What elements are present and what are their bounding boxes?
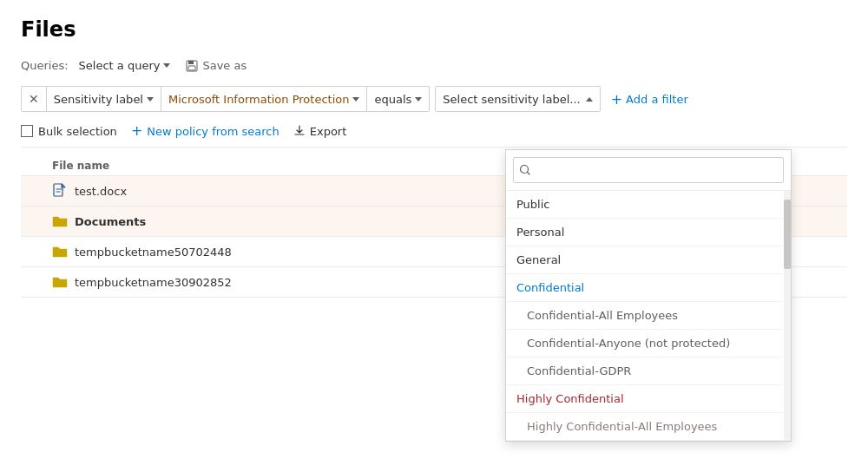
dropdown-search-area (506, 150, 791, 191)
scrollbar-thumb[interactable] (784, 200, 791, 269)
page-title: Files (21, 17, 847, 42)
filter-operator-button[interactable]: equals (367, 87, 429, 111)
dropdown-item-confidential-all-employees[interactable]: Confidential-All Employees (506, 302, 791, 330)
sensitivity-label-dropdown-button[interactable]: Select sensitivity label... (435, 86, 600, 112)
save-as-label: Save as (202, 59, 247, 72)
query-select-dropdown[interactable]: Select a query (76, 57, 174, 74)
export-label: Export (310, 125, 347, 138)
filter-operator-chevron-icon (415, 97, 422, 102)
filter-value-button[interactable]: Microsoft Information Protection (161, 87, 367, 111)
dropdown-item-general[interactable]: General (506, 246, 791, 274)
dropdown-search-icon (519, 164, 531, 176)
filter-label-chevron-icon (147, 97, 154, 102)
filter-operator-text: equals (374, 93, 411, 106)
filter-chip: ✕ Sensitivity label Microsoft Informatio… (21, 86, 430, 112)
add-filter-button[interactable]: + Add a filter (606, 88, 694, 111)
dropdown-item-confidential-gdpr[interactable]: Confidential-GDPR (506, 357, 791, 385)
close-icon: ✕ (29, 92, 39, 106)
column-file-name: File name (52, 160, 109, 172)
filter-row: ✕ Sensitivity label Microsoft Informatio… (21, 86, 847, 112)
folder-icon-3 (52, 274, 68, 290)
dropdown-item-confidential[interactable]: Confidential (506, 274, 791, 302)
folder-icon-1 (52, 213, 68, 229)
dropdown-item-public[interactable]: Public (506, 191, 791, 219)
dropdown-item-confidential-anyone[interactable]: Confidential-Anyone (not protected) (506, 330, 791, 357)
save-icon (186, 60, 198, 72)
dropdown-item-personal[interactable]: Personal (506, 219, 791, 246)
sensitivity-dropdown-placeholder: Select sensitivity label... (443, 93, 580, 106)
filter-value-chevron-icon (352, 97, 359, 102)
new-policy-button[interactable]: + New policy from search (131, 124, 279, 138)
queries-label: Queries: (21, 59, 69, 72)
file-name-0: test.docx (75, 185, 127, 198)
filter-label-button[interactable]: Sensitivity label (47, 87, 161, 111)
export-download-icon (293, 125, 306, 137)
add-filter-plus-icon: + (611, 91, 622, 108)
filter-label-text: Sensitivity label (54, 93, 143, 106)
new-policy-label: New policy from search (147, 125, 279, 138)
toolbar-row: Bulk selection + New policy from search … (21, 124, 847, 148)
queries-bar: Queries: Select a query Save as (21, 57, 847, 74)
bulk-selection-label: Bulk selection (38, 125, 117, 138)
add-filter-label: Add a filter (626, 93, 688, 106)
bulk-selection-button[interactable]: Bulk selection (21, 125, 117, 138)
filter-value-text: Microsoft Information Protection (168, 93, 349, 106)
filter-close-button[interactable]: ✕ (22, 87, 47, 111)
file-name-2: tempbucketname50702448 (75, 246, 232, 259)
file-doc-icon (52, 183, 68, 199)
file-name-1: Documents (75, 215, 146, 228)
new-policy-plus-icon: + (131, 124, 142, 138)
query-select-chevron-icon (163, 63, 170, 68)
sensitivity-label-dropdown: Public Personal General Confidential Con… (505, 149, 792, 442)
svg-rect-2 (188, 66, 195, 70)
file-name-3: tempbucketname30902852 (75, 276, 232, 289)
save-as-button[interactable]: Save as (181, 57, 252, 74)
bulk-selection-checkbox[interactable] (21, 125, 33, 137)
export-button[interactable]: Export (293, 125, 347, 138)
folder-icon-2 (52, 244, 68, 259)
dropdown-list: Public Personal General Confidential Con… (506, 191, 791, 441)
query-select-label: Select a query (79, 59, 161, 72)
sensitivity-dropdown-chevron-icon (586, 97, 593, 102)
svg-rect-1 (188, 61, 194, 64)
dropdown-item-highly-confidential[interactable]: Highly Confidential (506, 385, 791, 413)
scrollbar-track (784, 191, 791, 441)
page-container: Files Queries: Select a query Save as ✕ … (0, 0, 868, 315)
dropdown-search-wrapper (513, 157, 784, 183)
dropdown-item-highly-confidential-all-employees[interactable]: Highly Confidential-All Employees (506, 413, 791, 441)
dropdown-search-input[interactable] (521, 164, 776, 177)
